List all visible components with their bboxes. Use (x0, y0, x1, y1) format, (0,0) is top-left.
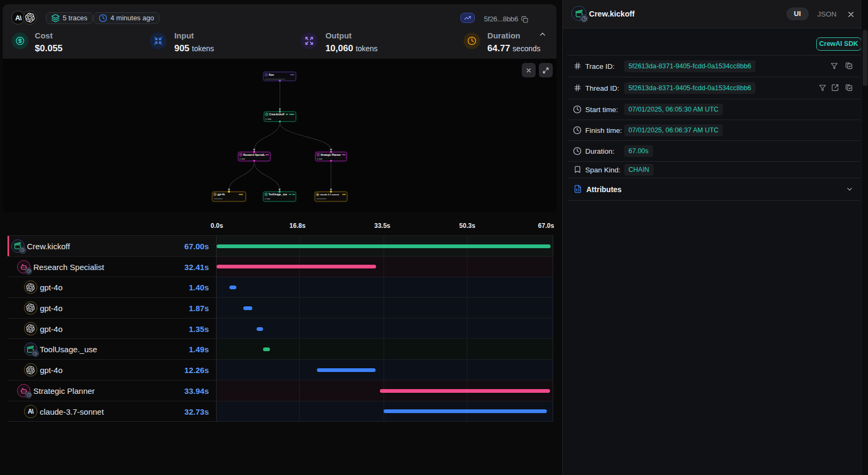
svg-text:Research Speciali..: Research Speciali.. (243, 154, 266, 156)
svg-text:Strategic Planner: Strategic Planner (321, 154, 341, 156)
svg-text:Crew.kickoff: Crew.kickoff (269, 113, 285, 116)
svg-text:gpt-4o: gpt-4o (218, 193, 225, 196)
svg-text:A\: A\ (317, 194, 319, 196)
svg-text:Run: Run (269, 74, 274, 76)
svg-text:claude-3.7-sonnet: claude-3.7-sonnet (320, 193, 339, 196)
svg-text:ToolUsage._use: ToolUsage._use (268, 193, 287, 196)
